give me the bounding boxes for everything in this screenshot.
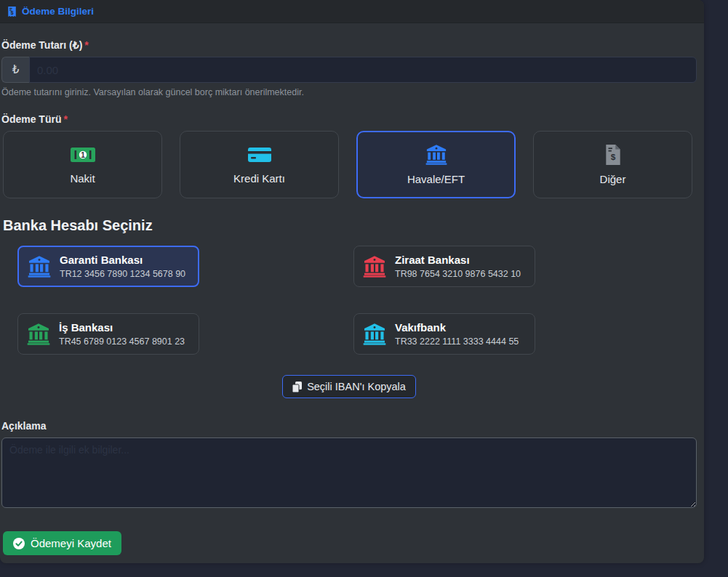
payment-type-options: 1 Nakit Kredi Kartı <box>3 131 692 198</box>
credit-card-icon <box>247 145 272 164</box>
bank-account-list: Garanti Bankası TR12 3456 7890 1234 5678… <box>17 246 689 355</box>
amount-input-group: ₺ <box>1 57 697 83</box>
bank-name: Garanti Bankası <box>60 254 185 266</box>
save-payment-button[interactable]: Ödemeyi Kaydet <box>3 531 121 555</box>
payment-type-nakit[interactable]: 1 Nakit <box>3 131 162 198</box>
copy-iban-button[interactable]: Seçili IBAN'ı Kopyala <box>282 375 416 398</box>
bank-account-is-bankasi[interactable]: İş Bankası TR45 6789 0123 4567 8901 23 <box>17 313 199 355</box>
payment-info-card: $ Ödeme Bilgileri Ödeme Tutarı (₺)* ₺ Öd… <box>0 0 704 563</box>
save-payment-button-label: Ödemeyi Kaydet <box>31 537 111 549</box>
payment-type-havale-eft[interactable]: Havale/EFT <box>356 131 516 198</box>
svg-text:$: $ <box>610 152 615 162</box>
bank-name: Vakıfbank <box>395 321 519 334</box>
receipt-dollar-icon: $ <box>7 7 17 17</box>
required-asterisk: * <box>84 39 88 51</box>
bank-account-vakifbank[interactable]: Vakıfbank TR33 2222 1111 3333 4444 55 <box>353 313 535 355</box>
check-circle-icon <box>13 538 25 549</box>
money-bill-icon: 1 <box>70 145 96 164</box>
bank-icon <box>27 323 50 345</box>
svg-text:1: 1 <box>81 150 85 158</box>
copy-iban-button-label: Seçili IBAN'ı Kopyala <box>307 381 406 392</box>
bank-section-heading: Banka Hesabı Seçiniz <box>3 217 697 234</box>
amount-input[interactable] <box>29 57 697 83</box>
bank-icon <box>363 323 386 345</box>
payment-type-kredi-karti[interactable]: Kredi Kartı <box>180 131 339 198</box>
amount-label: Ödeme Tutarı (₺)* <box>1 39 697 51</box>
payment-type-option-label: Kredi Kartı <box>233 172 285 185</box>
payment-type-option-label: Nakit <box>70 172 95 185</box>
page-title: Ödeme Bilgileri <box>22 6 94 17</box>
description-textarea[interactable] <box>1 437 697 508</box>
payment-type-diger[interactable]: $ Diğer <box>533 131 692 198</box>
bank-icon <box>363 256 386 278</box>
required-asterisk: * <box>63 113 67 125</box>
bank-iban: TR33 2222 1111 3333 4444 55 <box>395 336 519 347</box>
bank-name: Ziraat Bankası <box>395 254 521 266</box>
copy-icon <box>292 382 302 392</box>
bank-icon <box>28 256 51 278</box>
file-invoice-dollar-icon: $ <box>605 145 621 165</box>
bank-iban: TR98 7654 3210 9876 5432 10 <box>395 269 521 279</box>
bank-icon <box>425 145 447 165</box>
description-label: Açıklama <box>1 420 697 432</box>
payment-type-option-label: Havale/EFT <box>407 173 465 185</box>
lira-symbol-addon: ₺ <box>1 57 29 83</box>
bank-iban: TR12 3456 7890 1234 5678 90 <box>60 269 185 279</box>
payment-type-option-label: Diğer <box>600 173 626 185</box>
bank-name: İş Bankası <box>59 321 185 334</box>
payment-type-label: Ödeme Türü* <box>1 113 697 125</box>
bank-account-ziraat[interactable]: Ziraat Bankası TR98 7654 3210 9876 5432 … <box>353 246 535 287</box>
bank-account-garanti[interactable]: Garanti Bankası TR12 3456 7890 1234 5678… <box>17 246 199 287</box>
lira-icon: ₺ <box>12 63 20 76</box>
card-header: $ Ödeme Bilgileri <box>0 0 704 23</box>
bank-iban: TR45 6789 0123 4567 8901 23 <box>59 336 185 347</box>
amount-helper-text: Ödeme tutarını giriniz. Varsayılan olara… <box>1 87 697 97</box>
